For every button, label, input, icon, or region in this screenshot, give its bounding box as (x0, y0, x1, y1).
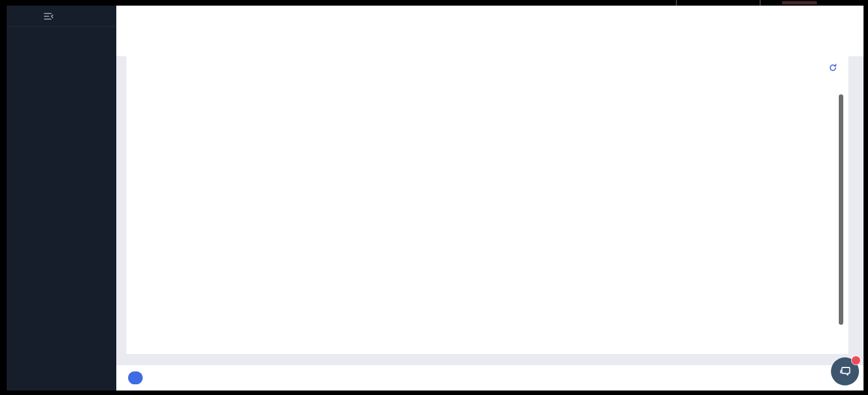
sidebar (7, 6, 116, 391)
collapse-sidebar-icon[interactable] (7, 6, 116, 27)
chat-widget-button[interactable] (831, 357, 859, 385)
chat-notification-badge (851, 356, 861, 365)
topbar-segment (782, 1, 817, 4)
footer-bar (116, 365, 864, 391)
topbar-separator (760, 0, 761, 6)
vertical-scrollbar[interactable] (839, 94, 843, 325)
screenshot-frame (0, 0, 868, 395)
main-content (116, 6, 864, 391)
settings-card (126, 56, 848, 354)
topbar-separator (676, 0, 677, 6)
chat-icon (838, 365, 852, 378)
save-button[interactable] (128, 371, 143, 384)
refresh-icon[interactable] (829, 63, 837, 72)
refresh-settings-button[interactable] (823, 63, 837, 72)
